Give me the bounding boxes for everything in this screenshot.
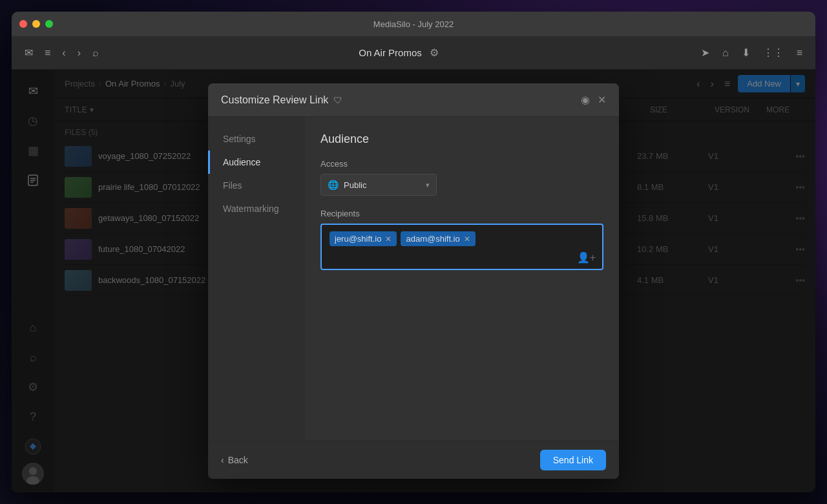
content-area: ✉ ◷ ▦ ⌂ ⌕ ⚙ ? [12,70,815,492]
audience-section-title: Audience [320,132,603,146]
add-recipient-icon[interactable]: 👤+ [577,251,596,264]
recipient-remove-2[interactable]: ✕ [464,235,470,244]
traffic-lights [19,20,53,28]
modal-nav-audience[interactable]: Audience [208,151,305,174]
close-icon[interactable]: ✕ [598,94,606,106]
toolbar-center: On Air Promos ⚙ [107,44,693,61]
recipients-label: Recipients [320,209,603,218]
access-select-wrapper: 🌐 Public ▾ [320,174,603,196]
modal-footer: ‹ Back Send Link [208,440,619,479]
rss-icon[interactable]: ◉ [581,94,590,106]
toolbar-right: ➤ ⌂ ⬇ ⋮⋮ ≡ [698,44,805,61]
toolbar: ✉ ≡ ‹ › ⌕ On Air Promos ⚙ ➤ ⌂ ⬇ ⋮⋮ ≡ [12,36,815,70]
modal-sidebar: Settings Audience Files Watermarking [208,117,305,440]
toolbar-left: ✉ ≡ ‹ › ⌕ [22,44,101,61]
back-button[interactable]: ‹ Back [221,455,248,465]
modal-title-text: Customize Review Link [221,94,328,106]
modal-content: Audience Access 🌐 Public ▾ Recipients [305,117,619,440]
download-icon[interactable]: ⬇ [739,44,753,61]
recipient-remove-1[interactable]: ✕ [385,235,392,244]
recipients-box[interactable]: jeru@shift.io ✕ adam@shift.io ✕ 👤+ [320,224,603,270]
compose-icon[interactable]: ✉ [22,44,36,61]
search-icon[interactable]: ⌕ [90,45,101,61]
title-bar: MediaSilo - July 2022 [12,12,815,36]
back-label: Back [228,455,248,465]
minimize-traffic-light[interactable] [32,20,40,28]
send-link-button[interactable]: Send Link [540,450,606,470]
customize-review-link-modal: Customize Review Link 🛡 ◉ ✕ Settings Aud… [208,83,619,479]
list-icon[interactable]: ≡ [42,45,53,61]
back-chevron-icon: ‹ [221,455,224,465]
chevron-down-icon: ▾ [426,181,430,189]
menu-icon[interactable]: ≡ [794,45,805,61]
recipient-email-2: adam@shift.io [406,234,459,244]
access-label: Access [320,159,603,169]
recipient-tag-1: jeru@shift.io ✕ [330,231,397,246]
maximize-traffic-light[interactable] [45,20,53,28]
modal-header-right: ◉ ✕ [581,94,606,106]
close-traffic-light[interactable] [19,20,27,28]
shield-icon: 🛡 [333,95,342,105]
toolbar-title: On Air Promos [359,47,422,58]
modal-body: Settings Audience Files Watermarking Aud… [208,117,619,440]
recipient-tag-2: adam@shift.io ✕ [401,231,475,246]
access-select-value: Public [344,180,421,190]
send-icon[interactable]: ➤ [698,44,712,61]
settings-icon[interactable]: ⚙ [427,44,441,61]
window-title: MediaSilo - July 2022 [373,19,454,29]
nav-forward-icon[interactable]: › [75,45,83,61]
modal-nav-files[interactable]: Files [208,174,305,197]
modal-title-group: Customize Review Link 🛡 [221,94,342,106]
modal-overlay: Customize Review Link 🛡 ◉ ✕ Settings Aud… [12,70,815,492]
modal-nav-settings[interactable]: Settings [208,127,305,151]
grid-icon[interactable]: ⋮⋮ [760,44,786,61]
recipient-email-1: jeru@shift.io [335,234,381,244]
home-icon[interactable]: ⌂ [720,45,731,61]
access-select[interactable]: 🌐 Public ▾ [320,174,437,196]
nav-back-icon[interactable]: ‹ [59,45,68,61]
modal-header: Customize Review Link 🛡 ◉ ✕ [208,83,619,117]
modal-nav-watermarking[interactable]: Watermarking [208,197,305,220]
globe-icon: 🌐 [328,180,339,190]
